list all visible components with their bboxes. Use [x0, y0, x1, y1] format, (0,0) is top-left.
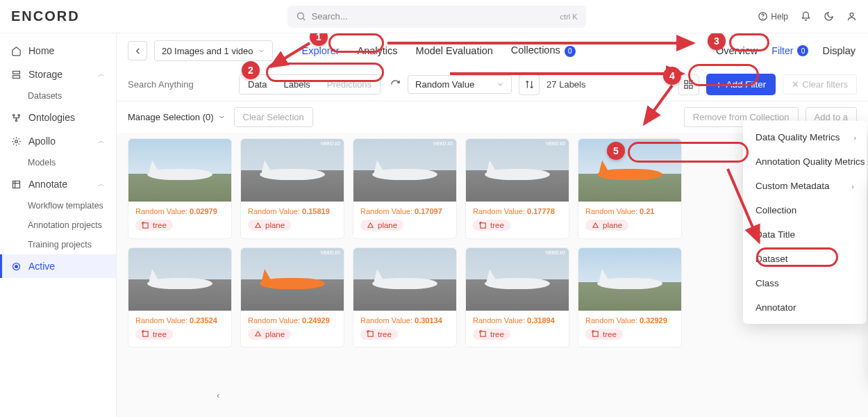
svg-rect-21: [481, 222, 485, 227]
class-tag: tree: [135, 220, 173, 231]
back-button[interactable]: [128, 41, 147, 60]
svg-rect-11: [13, 181, 20, 188]
class-tag: tree: [585, 329, 623, 340]
random-value-label: Random Value: 0.02979: [135, 207, 224, 215]
result-card[interactable]: VEED.IORandom Value: 0.17097plane: [353, 138, 457, 239]
random-value-label: Random Value: 0.31894: [473, 316, 562, 325]
add-filter-button[interactable]: + Add Filter: [706, 74, 776, 95]
top-icons: Help: [758, 11, 857, 22]
chevron-up-icon: ︿: [98, 179, 105, 189]
svg-rect-17: [690, 85, 692, 88]
sort-order-button[interactable]: [519, 74, 540, 95]
svg-rect-27: [368, 332, 373, 336]
menu-collection[interactable]: Collection: [743, 198, 867, 222]
bell-icon[interactable]: [801, 11, 811, 22]
global-search[interactable]: Search... ctrl K: [287, 6, 586, 28]
sidebar-item-storage[interactable]: Storage ︿: [0, 63, 116, 86]
layout: Home Storage ︿ Datasets Ontologies Apoll…: [0, 33, 868, 417]
random-value-label: Random Value: 0.24929: [248, 316, 337, 325]
chevron-down-icon: [258, 47, 265, 55]
menu-annotator[interactable]: Annotator: [743, 295, 867, 320]
tab-model-evaluation[interactable]: Model Evaluation: [415, 42, 494, 59]
sidebar-collapse-button[interactable]: ‹: [217, 390, 219, 400]
tab-filter[interactable]: Filter 0: [771, 45, 808, 56]
active-icon: [11, 261, 22, 272]
random-value-label: Random Value: 0.23524: [135, 316, 224, 325]
main: 20 Images and 1 video Explorer Analytics…: [117, 33, 868, 417]
chevron-down-icon: [218, 113, 226, 121]
sidebar-item-apollo[interactable]: Apollo ︿: [0, 129, 116, 153]
result-card[interactable]: Random Value: 0.23524tree: [128, 247, 232, 348]
class-tag: plane: [248, 329, 291, 340]
result-card[interactable]: VEED.IORandom Value: 0.17778tree: [465, 138, 569, 239]
search-shortcut: ctrl K: [560, 13, 578, 21]
sidebar-item-active[interactable]: Active: [0, 254, 116, 278]
result-card[interactable]: VEED.IORandom Value: 0.15819plane: [240, 138, 344, 239]
toolbar: Data Labels Predictions Random Value 27 …: [117, 68, 868, 101]
menu-class[interactable]: Class: [743, 271, 867, 295]
sidebar-sub-workflow[interactable]: Workflow templates: [0, 196, 116, 215]
svg-point-9: [15, 120, 17, 122]
sidebar-sub-models[interactable]: Models: [0, 153, 116, 172]
sort-icon: [524, 79, 535, 90]
user-icon[interactable]: [846, 11, 857, 22]
svg-rect-30: [481, 332, 485, 336]
project-crumb[interactable]: 20 Images and 1 video: [154, 40, 273, 61]
count-label: 27 Labels: [546, 79, 585, 90]
refresh-icon[interactable]: [390, 79, 401, 90]
header-right: Overview Filter 0 Display: [715, 42, 857, 59]
callout-5: 5: [607, 142, 625, 160]
callout-2: 2: [242, 61, 260, 79]
search-input[interactable]: [128, 79, 232, 90]
tab-collections[interactable]: Collections 0: [510, 42, 577, 60]
sort-select[interactable]: Random Value: [408, 75, 512, 94]
sidebar-item-ontologies[interactable]: Ontologies: [0, 106, 116, 129]
result-card[interactable]: Random Value: 0.21plane: [578, 138, 682, 239]
logo: ENCORD: [11, 8, 115, 24]
menu-dataset[interactable]: Dataset: [743, 247, 867, 271]
seg-data[interactable]: Data: [240, 75, 275, 94]
tab-display[interactable]: Display: [821, 42, 857, 59]
menu-custom-metadata[interactable]: Custom Metadata›: [743, 174, 867, 198]
result-card[interactable]: Random Value: 0.32929tree: [578, 247, 682, 348]
menu-data-title[interactable]: Data Title: [743, 222, 867, 247]
result-card[interactable]: Random Value: 0.30134tree: [353, 247, 457, 348]
search-placeholder: Search...: [312, 11, 348, 22]
grid-view-button[interactable]: [678, 74, 699, 95]
result-card[interactable]: VEED.IORandom Value: 0.31894tree: [465, 247, 569, 348]
watermark: VEED.IO: [546, 141, 565, 146]
watermark: VEED.IO: [546, 250, 565, 255]
seg-labels[interactable]: Labels: [275, 75, 318, 94]
chevron-up-icon: ︿: [98, 136, 105, 146]
sidebar-item-annotate[interactable]: Annotate ︿: [0, 172, 116, 196]
class-tag: tree: [135, 329, 173, 340]
menu-annotation-quality[interactable]: Annotation Quality Metrics›: [743, 149, 867, 174]
svg-rect-15: [690, 81, 692, 83]
apollo-icon: [11, 136, 22, 147]
moon-icon[interactable]: [824, 11, 834, 22]
chevron-down-icon: [496, 81, 504, 88]
sidebar-sub-annproj[interactable]: Annotation projects: [0, 215, 116, 235]
random-value-label: Random Value: 0.21: [585, 207, 674, 215]
manage-selection-button[interactable]: Manage Selection (0): [128, 112, 226, 122]
record-type-segment: Data Labels Predictions: [239, 74, 381, 95]
clear-filters-button[interactable]: ✕Clear filters: [783, 74, 857, 95]
svg-rect-18: [143, 222, 148, 227]
watermark: VEED.IO: [321, 250, 340, 255]
search-wrap: Search... ctrl K: [115, 6, 758, 28]
tab-analytics[interactable]: Analytics: [356, 42, 399, 59]
seg-predictions[interactable]: Predictions: [319, 75, 380, 94]
callout-4: 4: [663, 67, 681, 85]
sidebar-sub-trainproj[interactable]: Training projects: [0, 235, 116, 254]
result-card[interactable]: Random Value: 0.02979tree: [128, 138, 232, 239]
menu-data-quality[interactable]: Data Quality Metrics›: [743, 125, 867, 149]
svg-rect-5: [13, 71, 20, 74]
svg-point-4: [850, 13, 853, 17]
svg-point-3: [763, 18, 764, 19]
class-tag: plane: [248, 220, 291, 231]
help-button[interactable]: Help: [758, 11, 788, 22]
sidebar-sub-datasets[interactable]: Datasets: [0, 86, 116, 106]
sidebar-item-home[interactable]: Home: [0, 39, 116, 63]
result-card[interactable]: VEED.IORandom Value: 0.24929plane: [240, 247, 344, 348]
clear-selection-button[interactable]: Clear Selection: [234, 107, 313, 127]
